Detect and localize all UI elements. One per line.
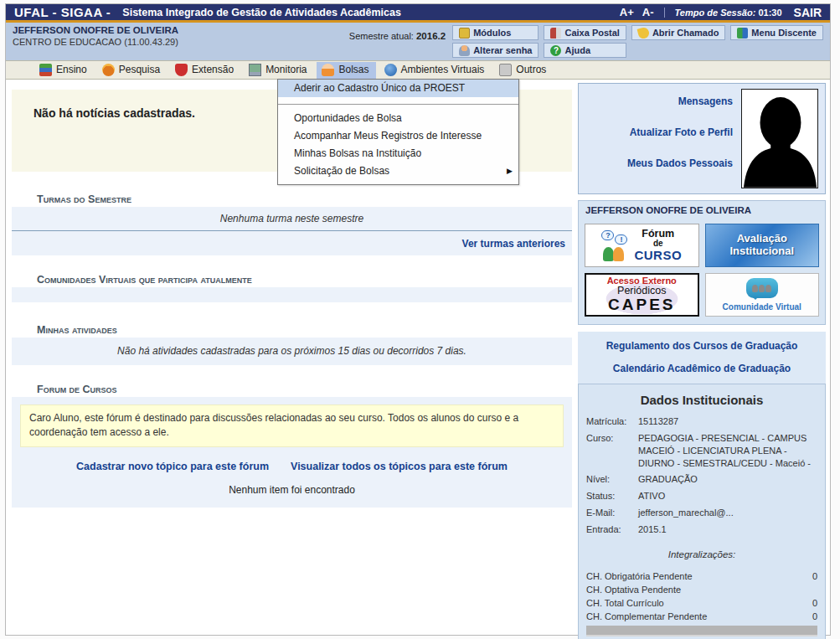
speech-bubble-icon [746,278,778,298]
integra-row-obrigatoria: CH. Obrigatória Pendente0 [586,571,817,581]
help-button[interactable]: Ajuda [544,43,626,58]
forum-tile-line3: CURSO [634,249,682,262]
ch-obrigatoria-value: 0 [812,571,817,581]
turmas-panel: Nenhuma turma neste semestre Ver turmas … [12,207,572,255]
meus-dados-pessoais-link[interactable]: Meus Dados Pessoais [585,157,733,169]
ver-turmas-anteriores-link[interactable]: Ver turmas anteriores [462,238,565,250]
integra-row-optativa: CH. Optativa Pendente [586,585,817,595]
menu-ensino[interactable]: Ensino [34,62,94,79]
forum-curso-tile[interactable]: Fórum de CURSO [585,224,699,267]
menu-bolsas-label: Bolsas [338,64,368,75]
curso-value: PEDAGOGIA - PRESENCIAL - CAMPUS MACEIÓ -… [638,432,817,470]
system-name: Sistema Integrado de Gestão de Atividade… [122,7,401,18]
integralizado-progress-bar [586,626,817,636]
menu-ambientes-virtuais-label: Ambientes Virtuais [401,64,485,75]
flask-icon [102,64,115,76]
menu-monitoria[interactable]: Monitoria [244,62,313,79]
comunidades-panel [12,287,572,302]
modules-button[interactable]: Módulos [452,25,539,40]
session-time: 01:30 [758,8,781,18]
menu-monitoria-label: Monitoria [265,64,307,75]
menu-extensao[interactable]: Extensão [170,62,240,79]
user-info-bar: JEFFERSON ONOFRE DE OLIVEIRA CENTRO DE E… [6,23,830,60]
top-bar: UFAL - SIGAA - Sistema Integrado de Gest… [6,4,830,23]
session-label: Tempo de Sessão: [675,8,756,18]
open-ticket-button[interactable]: Abrir Chamado [631,25,725,40]
forum-curso-tile-text: Fórum de CURSO [634,229,682,261]
dropdown-item-aderir-cadastro-unico[interactable]: Aderir ao Cadastro Único da PROEST [278,80,518,97]
student-menu-button[interactable]: Menu Discente [730,25,823,40]
avaliacao-institucional-tile[interactable]: Avaliação Institucional [705,224,820,267]
menu-bolsas[interactable]: Bolsas [317,62,375,79]
toolbar-buttons: Módulos Caixa Postal Abrir Chamado Menu … [452,25,823,59]
horn-icon [636,26,650,39]
comunidade-tile-label: Comunidade Virtual [723,302,801,312]
font-increase-button[interactable]: A+ [620,6,634,18]
section-title-turmas: Turmas do Semestre [37,193,572,205]
atividades-empty-message: Não há atividades cadastradas para os pr… [12,338,572,365]
menu-ambientes-virtuais[interactable]: Ambientes Virtuais [379,62,492,79]
current-semester: Semestre atual: 2016.2 [349,31,446,59]
mailbox-button-label: Caixa Postal [564,28,619,38]
profile-links: Mensagens Atualizar Foto e Perfil Meus D… [585,89,741,188]
menu-pesquisa-label: Pesquisa [119,64,160,75]
integra-row-total: CH. Total Currículo0 [586,598,817,608]
ch-total-value: 0 [812,598,817,608]
dropdown-item-oportunidades-bolsa[interactable]: Oportunidades de Bolsa [278,110,518,127]
forum-links-row: Cadastrar novo tópico para este fórum Vi… [20,447,564,476]
nivel-value: GRADUAÇÃO [638,473,817,486]
matricula-value: 15113287 [638,415,817,428]
monitor-icon [249,64,261,76]
dropdown-item-minhas-bolsas[interactable]: Minhas Bolsas na Instituição [278,145,518,162]
regulamento-cursos-link[interactable]: Regulamento dos Cursos de Graduação [581,340,822,352]
cadastrar-topico-link[interactable]: Cadastrar novo tópico para este fórum [76,461,269,472]
ch-complementar-label: CH. Complementar Pendente [586,611,707,621]
status-value: ATIVO [638,490,817,502]
hands-icon [175,64,188,76]
session-timer: Tempo de Sessão: 01:30 [664,8,782,18]
globe-icon [384,64,397,76]
change-password-button[interactable]: Alterar senha [452,43,539,58]
user-name: JEFFERSON ONOFRE DE OLIVEIRA [13,25,349,35]
avaliacao-tile-line2: Institucional [729,245,794,258]
avaliacao-tile-line1: Avaliação [737,233,787,245]
dropdown-item-acompanhar-registros[interactable]: Acompanhar Meus Registros de Interesse [278,127,518,145]
menu-outros[interactable]: Outros [494,62,553,79]
status-label: Status: [586,490,638,502]
ch-total-label: CH. Total Currículo [586,598,664,608]
menu-pesquisa[interactable]: Pesquisa [97,62,167,79]
integralizacoes-title: Integralizações: [586,549,817,559]
change-password-button-label: Alterar senha [473,45,532,55]
email-label: E-Mail: [586,507,638,519]
mailbox-icon [550,28,561,39]
forum-panel: Caro Aluno, este fórum é destinado para … [12,397,572,508]
font-decrease-button[interactable]: A- [642,6,654,18]
forum-notice: Caro Aluno, este fórum é destinado para … [20,405,564,447]
modules-button-label: Módulos [473,28,511,38]
top-bar-right: A+ A- Tempo de Sessão: 01:30 SAIR [611,6,822,19]
section-title-comunidades: Comunidades Virtuais que participa atual… [37,274,572,286]
user-icon [459,45,470,56]
calendario-academico-link[interactable]: Calendário Acadêmico de Graduação [581,363,822,374]
sidebar-user-name: JEFFERSON ONOFRE DE OLIVEIRA [579,201,825,219]
dropdown-item-solicitacao-bolsas[interactable]: Solicitação de Bolsas▶ [278,162,518,180]
atividades-panel: Não há atividades cadastradas para os pr… [12,338,572,365]
visualizar-topicos-link[interactable]: Visualizar todos os tópicos para este fó… [291,461,508,472]
menu-ensino-label: Ensino [56,64,87,75]
capes-tile[interactable]: Acesso Externo Periódicos CAPES [585,273,699,317]
submenu-arrow-icon: ▶ [507,162,518,180]
help-button-label: Ajuda [564,45,590,55]
logout-button[interactable]: SAIR [794,6,822,19]
mensagens-link[interactable]: Mensagens [585,95,733,107]
atualizar-foto-perfil-link[interactable]: Atualizar Foto e Perfil [585,126,733,138]
comunidade-virtual-tile[interactable]: Comunidade Virtual [705,273,820,317]
avatar-silhouette [742,90,817,188]
brand-logo: UFAL - SIGAA - [14,5,111,19]
books-icon [39,64,52,76]
turmas-link-row: Ver turmas anteriores [12,231,572,255]
matricula-label: Matrícula: [586,415,638,428]
mailbox-button[interactable]: Caixa Postal [544,25,626,40]
user-unit: CENTRO DE EDUCACAO (11.00.43.29) [13,37,349,47]
page: UFAL - SIGAA - Sistema Integrado de Gest… [5,3,831,636]
forum-bubbles-icon [601,229,630,261]
